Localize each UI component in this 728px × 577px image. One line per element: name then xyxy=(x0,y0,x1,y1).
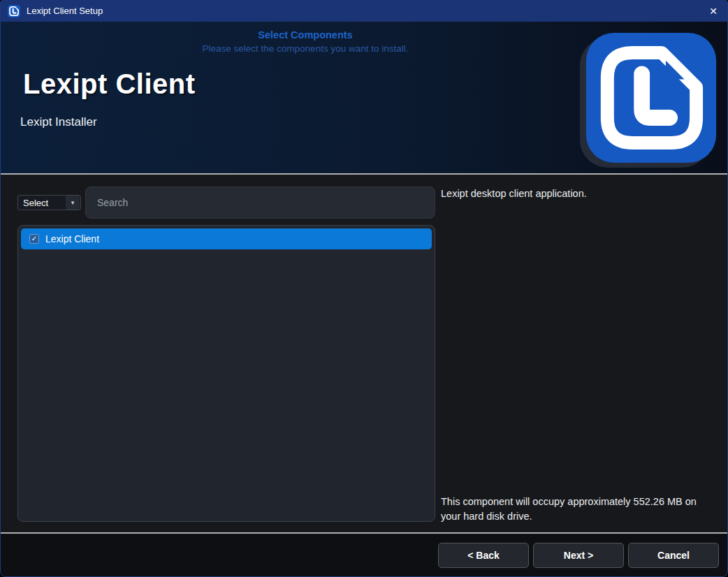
chevron-down-icon[interactable]: ▾ xyxy=(66,196,80,210)
component-size-note: This component will occupy approximately… xyxy=(441,495,709,523)
search-input[interactable] xyxy=(85,187,435,219)
next-button[interactable]: Next > xyxy=(533,543,624,568)
window-title: Lexipt Client Setup xyxy=(27,6,103,16)
close-icon: ✕ xyxy=(709,6,718,17)
component-selection-panel: Select ▾ ✓ Lexipt Client xyxy=(1,175,435,532)
main-area: Select ▾ ✓ Lexipt Client Lexipt desktop … xyxy=(1,175,727,532)
list-item-label: Lexipt Client xyxy=(45,233,99,244)
filter-row: Select ▾ xyxy=(17,187,435,219)
step-subtitle: Please select the components you want to… xyxy=(1,43,610,54)
list-item-lexipt-client[interactable]: ✓ Lexipt Client xyxy=(21,228,432,249)
footer: < Back Next > Cancel xyxy=(1,534,727,576)
component-info-panel: Lexipt desktop client application. This … xyxy=(435,175,727,532)
back-button[interactable]: < Back xyxy=(438,543,529,568)
cancel-button[interactable]: Cancel xyxy=(628,543,719,568)
select-dropdown[interactable]: Select ▾ xyxy=(17,195,81,210)
step-title: Select Components xyxy=(1,29,610,41)
app-logo-watermark xyxy=(585,31,718,164)
app-logo-icon xyxy=(8,5,20,17)
close-button[interactable]: ✕ xyxy=(699,0,727,22)
checkbox-checked-icon[interactable]: ✓ xyxy=(29,234,39,244)
wizard-header: Select Components Please select the comp… xyxy=(1,22,727,173)
component-description: Lexipt desktop client application. xyxy=(441,187,709,200)
select-dropdown-label: Select xyxy=(18,198,66,208)
component-list[interactable]: ✓ Lexipt Client xyxy=(17,225,435,522)
step-block: Select Components Please select the comp… xyxy=(1,22,610,54)
titlebar[interactable]: Lexipt Client Setup ✕ xyxy=(1,0,727,22)
installer-window: Lexipt Client Setup ✕ Select Components … xyxy=(0,0,728,577)
check-icon: ✓ xyxy=(31,235,37,242)
